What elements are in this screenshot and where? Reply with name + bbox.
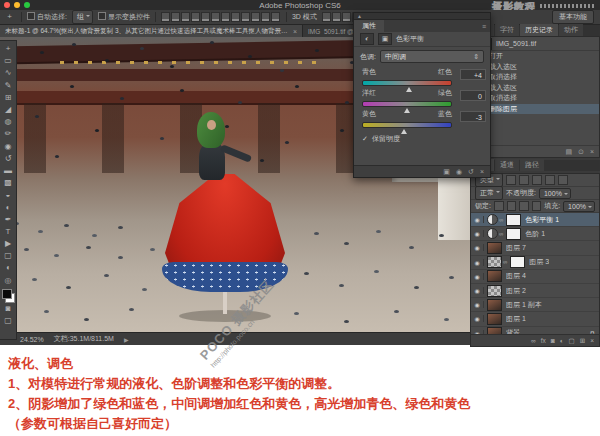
- align-middle-icon[interactable]: [201, 12, 210, 22]
- lasso-tool[interactable]: ∿: [2, 67, 15, 79]
- slider-thumb[interactable]: [401, 126, 407, 134]
- shape-tool[interactable]: ▢: [2, 250, 15, 262]
- delete-adjustment-icon[interactable]: ×: [480, 168, 484, 175]
- panel-menu-icon[interactable]: ≡: [482, 23, 486, 30]
- layer-style-icon[interactable]: fx: [541, 337, 546, 344]
- 3d-drag-icon[interactable]: [342, 12, 351, 22]
- layer-thumbnail[interactable]: [487, 313, 502, 325]
- visibility-eye-icon[interactable]: ◉: [471, 259, 484, 266]
- tab-paths[interactable]: 路径: [520, 159, 544, 171]
- lock-position-icon[interactable]: [519, 201, 529, 211]
- align-bottom-icon[interactable]: [211, 12, 220, 22]
- visibility-eye-icon[interactable]: ◉: [471, 230, 484, 237]
- new-document-from-state-icon[interactable]: ▤: [565, 148, 572, 156]
- gradient-tool[interactable]: ▩: [2, 177, 15, 189]
- align-right-icon[interactable]: [181, 12, 190, 22]
- visibility-eye-icon[interactable]: ◉: [471, 244, 484, 251]
- layer-thumbnail[interactable]: [487, 242, 502, 254]
- tone-dropdown[interactable]: 中间调 ⇕: [380, 50, 484, 63]
- screen-mode-button[interactable]: ▢: [2, 315, 15, 327]
- quick-mask-button[interactable]: ◙: [2, 303, 15, 315]
- visibility-eye-icon[interactable]: ◉: [471, 216, 484, 223]
- blur-tool[interactable]: ◒: [2, 189, 15, 201]
- path-selection-tool[interactable]: ▶: [2, 238, 15, 250]
- layer-row-color-balance[interactable]: ◉ ∞ 色彩平衡 1: [471, 213, 599, 227]
- distribute-top-icon[interactable]: [221, 12, 230, 22]
- tab-channels[interactable]: 通道: [495, 159, 519, 171]
- filter-smart-object-icon[interactable]: [558, 175, 568, 185]
- layer-row-7[interactable]: ◉ 图层 7: [471, 241, 599, 255]
- close-tab-icon[interactable]: ×: [293, 28, 297, 35]
- visibility-icon[interactable]: ◉: [456, 168, 462, 176]
- layer-thumbnail[interactable]: [487, 299, 502, 311]
- align-center-icon[interactable]: [171, 12, 180, 22]
- crop-tool[interactable]: ⊞: [2, 92, 15, 104]
- layer-row-1-copy[interactable]: ◉ 图层 1 副本: [471, 298, 599, 312]
- pen-tool[interactable]: ✒: [2, 214, 15, 226]
- filter-type-icon[interactable]: [532, 175, 542, 185]
- visibility-eye-icon[interactable]: ◉: [471, 287, 484, 294]
- eyedropper-tool[interactable]: ◢: [2, 104, 15, 116]
- show-transform-checkbox[interactable]: 显示变换控件: [98, 12, 150, 22]
- filter-pixel-icon[interactable]: [506, 175, 516, 185]
- lock-transparent-icon[interactable]: [494, 201, 504, 211]
- layer-mask-thumbnail[interactable]: [506, 214, 521, 226]
- 3d-roll-icon[interactable]: [332, 12, 341, 22]
- dodge-tool[interactable]: ◐: [2, 201, 15, 213]
- status-options-arrow-icon[interactable]: ▶: [124, 336, 129, 343]
- 3d-rotate-icon[interactable]: [322, 12, 331, 22]
- reset-icon[interactable]: ↺: [468, 168, 474, 176]
- layer-row-4[interactable]: ◉ 图层 4: [471, 270, 599, 284]
- yellow-blue-value[interactable]: -3: [460, 111, 486, 122]
- yellow-blue-slider[interactable]: [362, 122, 452, 128]
- layer-row-2[interactable]: ◉ 图层 2: [471, 284, 599, 298]
- workspace-switcher-button[interactable]: 基本功能: [552, 10, 594, 24]
- move-tool[interactable]: +: [2, 43, 15, 55]
- preserve-luminosity-checkbox[interactable]: ✓ 保留明度: [354, 128, 490, 144]
- clip-to-layer-icon[interactable]: ▣: [443, 168, 450, 176]
- fill-dropdown[interactable]: 100%: [563, 201, 595, 212]
- new-group-icon[interactable]: ▢: [569, 337, 575, 345]
- brush-tool[interactable]: ✏: [2, 128, 15, 140]
- delete-state-icon[interactable]: ×: [590, 148, 594, 155]
- tab-history[interactable]: 历史记录: [520, 24, 558, 36]
- layer-mask-thumbnail[interactable]: [506, 228, 521, 240]
- visibility-eye-icon[interactable]: ◉: [471, 315, 484, 322]
- distribute-middle-icon[interactable]: [231, 12, 240, 22]
- eraser-tool[interactable]: ▬: [2, 165, 15, 177]
- zoom-level-value[interactable]: 24.52%: [20, 336, 44, 343]
- foreground-color-swatch[interactable]: [2, 289, 12, 299]
- type-tool[interactable]: T: [2, 226, 15, 238]
- visibility-eye-icon[interactable]: ◉: [471, 301, 484, 308]
- clone-stamp-tool[interactable]: ◉: [2, 141, 15, 153]
- zoom-tool[interactable]: ◎: [2, 275, 15, 287]
- auto-select-target-dropdown[interactable]: 组: [72, 10, 93, 24]
- tab-properties[interactable]: 属性: [354, 20, 384, 32]
- lock-all-icon[interactable]: [532, 201, 542, 211]
- distribute-bottom-icon[interactable]: [241, 12, 250, 22]
- add-mask-icon[interactable]: ◙: [551, 337, 555, 344]
- layer-mask-thumbnail[interactable]: [510, 256, 525, 268]
- blend-mode-dropdown[interactable]: 正常: [475, 186, 503, 200]
- lock-pixels-icon[interactable]: [507, 201, 517, 211]
- history-brush-tool[interactable]: ↺: [2, 153, 15, 165]
- layer-thumbnail[interactable]: [487, 270, 502, 282]
- marquee-tool[interactable]: ▭: [2, 55, 15, 67]
- auto-select-checkbox[interactable]: 自动选择:: [27, 12, 67, 22]
- color-swatches[interactable]: [2, 289, 15, 303]
- filter-shape-icon[interactable]: [545, 175, 555, 185]
- healing-brush-tool[interactable]: ◍: [2, 116, 15, 128]
- tab-actions[interactable]: 动作: [559, 24, 583, 36]
- magenta-green-value[interactable]: 0: [460, 90, 486, 101]
- opacity-dropdown[interactable]: 100%: [539, 188, 571, 199]
- panel-collapse-bar[interactable]: ▲: [354, 13, 490, 20]
- link-layers-icon[interactable]: ∞: [531, 337, 536, 344]
- distribute-center-icon[interactable]: [261, 12, 270, 22]
- hand-tool[interactable]: ◖: [2, 262, 15, 274]
- distribute-left-icon[interactable]: [251, 12, 260, 22]
- quick-selection-tool[interactable]: ✎: [2, 80, 15, 92]
- align-buttons-group[interactable]: [161, 12, 281, 23]
- new-snapshot-icon[interactable]: ⊙: [578, 148, 584, 156]
- filter-adjustment-icon[interactable]: [519, 175, 529, 185]
- new-adjustment-icon[interactable]: ◐: [560, 337, 564, 344]
